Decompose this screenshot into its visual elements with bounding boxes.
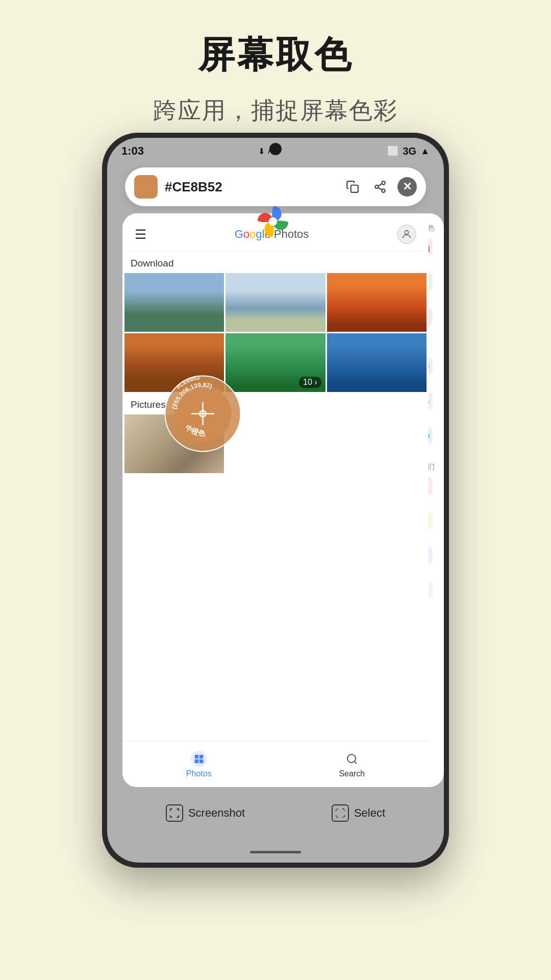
svg-rect-17 [199, 754, 204, 758]
svg-line-5 [378, 184, 382, 186]
copy-icon[interactable] [342, 177, 363, 197]
download-section-label: Download [122, 251, 429, 273]
svg-rect-19 [199, 759, 204, 763]
svg-point-2 [375, 185, 379, 189]
phone-frame: 1:03 ⬇ A ⬜ 3G ▲ #CE8B52 [102, 133, 449, 868]
select-icon [332, 804, 349, 822]
nav-photos-icon [191, 751, 207, 767]
photo-cell-3[interactable] [327, 273, 427, 332]
photo-cell-2[interactable] [226, 273, 325, 332]
photo-cell-6[interactable] [327, 333, 427, 392]
nav-search[interactable]: Search [339, 751, 365, 778]
svg-rect-16 [194, 754, 198, 758]
share-icon[interactable] [370, 177, 390, 197]
page-title: 屏幕取色 [0, 0, 551, 80]
svg-rect-18 [194, 759, 198, 763]
profile-icon[interactable] [397, 225, 416, 244]
page-background: 屏幕取色 跨应用，捕捉屏幕色彩 1:03 ⬇ A ⬜ 3G ▲ [0, 0, 551, 980]
bottom-nav: Photos Search [122, 741, 429, 787]
svg-point-7 [405, 231, 408, 234]
nav-photos-label: Photos [186, 769, 212, 778]
svg-point-1 [382, 181, 385, 185]
svg-rect-0 [351, 185, 358, 192]
screenshot-label: Screenshot [188, 806, 245, 820]
photo-count: 10 › [299, 377, 321, 388]
photo-cell-1[interactable] [124, 273, 224, 332]
svg-line-21 [354, 761, 356, 763]
download-icon: ⬇ [258, 146, 265, 156]
camera-cutout [269, 143, 282, 155]
close-button[interactable]: ✕ [397, 177, 417, 197]
color-wheel-overlay: (255,206,139,82) 中橙色 #CE8B52 [163, 374, 242, 453]
hamburger-icon[interactable]: ☰ [135, 227, 146, 242]
color-hex-value: #CE8B52 [165, 179, 335, 195]
color-picker-bar[interactable]: #CE8B52 ✕ [125, 167, 426, 206]
cast-icon: ⬜ [387, 145, 398, 157]
screenshot-button[interactable]: Screenshot [166, 804, 245, 822]
select-label: Select [354, 806, 385, 820]
nav-search-label: Search [339, 769, 365, 778]
phone-screen: 1:03 ⬇ A ⬜ 3G ▲ #CE8B52 [107, 138, 444, 863]
page-subtitle: 跨应用，捕捉屏幕色彩 [0, 95, 551, 127]
home-indicator [250, 851, 301, 853]
status-time: 1:03 [121, 144, 144, 158]
svg-point-3 [382, 189, 385, 192]
screenshot-icon [166, 804, 183, 822]
svg-point-6 [269, 217, 278, 226]
photos-app: ☰ Google Photos Download [122, 213, 429, 787]
color-swatch [134, 175, 158, 199]
svg-line-4 [378, 188, 382, 190]
nav-search-icon [344, 751, 360, 767]
bottom-action-bar: Screenshot Select [122, 794, 429, 832]
signal-icon: ▲ [420, 146, 430, 157]
status-right-icons: ⬜ 3G ▲ [387, 145, 430, 157]
select-button[interactable]: Select [332, 804, 385, 822]
nav-photos[interactable]: Photos [186, 751, 212, 778]
google-photos-logo [258, 206, 293, 242]
network-text: 3G [403, 145, 416, 157]
svg-point-20 [347, 754, 356, 763]
